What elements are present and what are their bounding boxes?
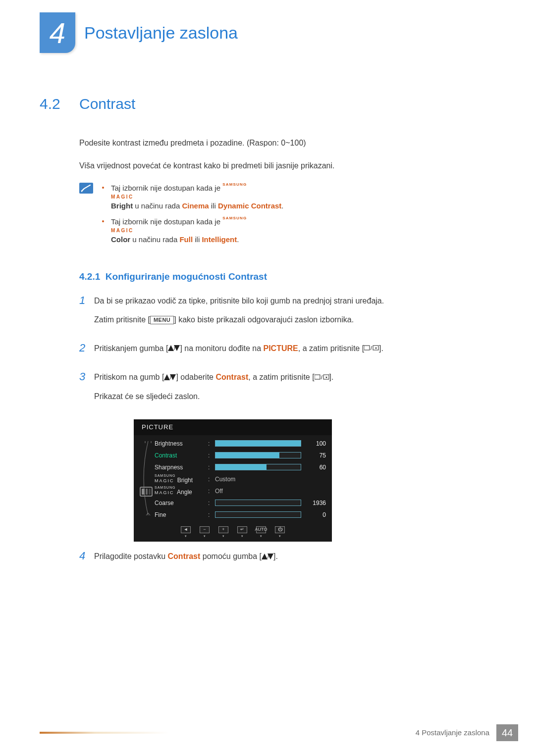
osd-value: 1936 (306, 499, 326, 507)
svg-text:/: / (321, 375, 322, 380)
chapter-number-badge: 4 (40, 12, 75, 53)
osd-row-label: Contrast (155, 451, 208, 460)
osd-row-label: Brightness (155, 439, 208, 448)
footer-decor-bar (40, 732, 409, 734)
osd-menu: PICTURE Brightness:100Contrast:75Sharpne… (134, 419, 332, 542)
osd-row: Sharpness:60 (155, 463, 326, 472)
enter-icon: / (315, 372, 329, 384)
osd-slider (215, 511, 301, 518)
svg-text:/: / (371, 346, 372, 351)
osd-row: Brightness:100 (155, 439, 326, 448)
osd-value: Custom (215, 475, 306, 484)
footer-text: 4 Postavljanje zaslona (409, 727, 496, 739)
osd-value: 60 (306, 463, 326, 472)
osd-row-label: Sharpness (155, 463, 208, 472)
osd-nav-button: AUTO▾ (256, 526, 266, 539)
osd-value: 0 (306, 510, 326, 519)
svg-rect-10 (142, 489, 145, 495)
svg-rect-11 (146, 489, 148, 495)
step-3-text-b: Prikazat će se sljedeći zaslon. (94, 391, 495, 403)
step-number: 4 (79, 551, 94, 570)
chapter-header: 4 Postavljanje zaslona (0, 0, 535, 53)
step-1-text-b: Zatim pritisnite [MENU] kako biste prika… (94, 314, 495, 326)
osd-slider (215, 464, 301, 470)
osd-nav-button: ⏻▾ (275, 526, 285, 539)
intro-paragraph-1: Podesite kontrast između predmeta i poza… (79, 137, 495, 149)
step-3: 3 Pritiskom na gumb [/] odaberite Contra… (79, 371, 495, 409)
chapter-title: Postavljanje zaslona (84, 20, 238, 46)
subsection-title: Konfiguriranje mogućnosti Contrast (106, 271, 267, 282)
svg-rect-6 (315, 375, 320, 379)
osd-slider (215, 500, 301, 506)
osd-nav-button: +▾ (218, 526, 228, 539)
osd-row: SAMSUNGMAGIC Angle:Off (155, 487, 326, 496)
svg-point-0 (81, 191, 82, 192)
step-number: 3 (79, 371, 94, 409)
osd-row: SAMSUNGMAGIC Bright:Custom (155, 475, 326, 484)
osd-nav-button: −▾ (200, 526, 210, 539)
step-1: 1 Da bi se prikazao vodič za tipke, prit… (79, 295, 495, 333)
subsection-heading: 4.2.1 Konfiguriranje mogućnosti Contrast (79, 270, 495, 284)
up-down-icon: / (262, 551, 273, 563)
up-down-icon: / (168, 343, 180, 354)
intro-paragraph-2: Viša vrijednost povećat će kontrast kako… (79, 160, 495, 172)
up-down-icon: / (164, 372, 176, 384)
svg-rect-2 (364, 346, 370, 350)
step-number: 1 (79, 295, 94, 333)
osd-slider (215, 452, 301, 458)
step-4-text: Prilagodite postavku Contrast pomoću gum… (94, 551, 495, 563)
step-2: 2 Pritiskanjem gumba [/] na monitoru dođ… (79, 343, 495, 362)
osd-row-label: Fine (155, 510, 208, 519)
osd-value: 75 (306, 451, 326, 460)
osd-value: Off (215, 487, 306, 496)
osd-row-label: SAMSUNGMAGIC Angle (155, 486, 208, 497)
osd-nav-button: ◄▾ (181, 526, 191, 539)
menu-button-icon: MENU (150, 316, 174, 324)
page-footer: 4 Postavljanje zaslona 44 (0, 724, 535, 741)
step-number: 2 (79, 343, 94, 362)
step-1-text-a: Da bi se prikazao vodič za tipke, pritis… (94, 295, 495, 307)
note-item-1: Taj izbornik nije dostupan kada je SAMSU… (102, 183, 284, 211)
section-number: 4.2 (40, 93, 79, 115)
osd-slider (215, 440, 301, 447)
note-icon (79, 183, 93, 194)
note-box: Taj izbornik nije dostupan kada je SAMSU… (79, 183, 495, 250)
step-3-text: Pritiskom na gumb [/] odaberite Contrast… (94, 371, 495, 384)
enter-icon: / (364, 343, 379, 354)
osd-row-label: SAMSUNGMAGIC Bright (155, 474, 208, 485)
subsection-number: 4.2.1 (79, 271, 100, 282)
osd-nav-button: ↵▾ (237, 526, 247, 539)
osd-title: PICTURE (134, 419, 332, 435)
step-2-text: Pritiskanjem gumba [/] na monitoru dođit… (94, 343, 495, 355)
section-heading: 4.2 Contrast (40, 93, 495, 115)
section-title: Contrast (79, 93, 135, 115)
svg-rect-12 (149, 489, 151, 495)
note-item-2: Taj izbornik nije dostupan kada je SAMSU… (102, 216, 284, 245)
osd-row: Fine:0 (155, 510, 326, 519)
osd-picture-icon (139, 487, 154, 499)
osd-side-decor (137, 439, 155, 519)
osd-row: Coarse:1936 (155, 499, 326, 507)
osd-nav-bar: ◄▾−▾+▾↵▾AUTO▾⏻▾ (134, 523, 332, 540)
osd-row-label: Coarse (155, 499, 208, 507)
osd-value: 100 (306, 439, 326, 448)
step-4: 4 Prilagodite postavku Contrast pomoću g… (79, 551, 495, 570)
footer-page-number: 44 (496, 724, 518, 741)
osd-row: Contrast:75 (155, 451, 326, 460)
